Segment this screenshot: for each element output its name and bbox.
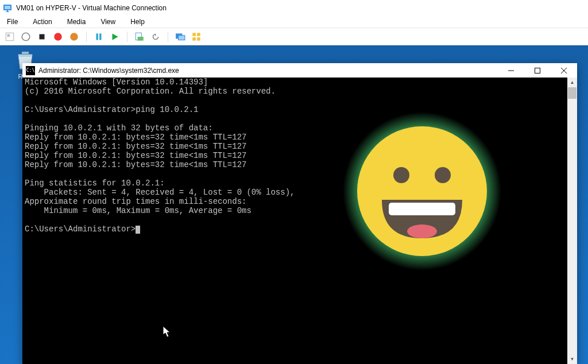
menu-file[interactable]: File <box>7 18 18 26</box>
close-button[interactable] <box>551 63 577 78</box>
svg-point-9 <box>70 33 78 41</box>
text-cursor <box>136 226 140 234</box>
svg-rect-20 <box>192 37 196 41</box>
cmd-output[interactable]: Microsoft Windows [Version 10.0.14393] (… <box>22 78 567 364</box>
svg-rect-1 <box>5 6 10 9</box>
start-icon[interactable] <box>21 32 31 42</box>
hyperv-title: VM01 on HYPER-V - Virtual Machine Connec… <box>16 4 167 12</box>
cmd-window: C:\ Administrator: C:\Windows\system32\c… <box>22 63 577 364</box>
svg-rect-7 <box>40 34 45 39</box>
scroll-thumb[interactable] <box>568 87 577 99</box>
toolbar-separator <box>168 32 168 42</box>
scroll-up-button[interactable]: ▲ <box>567 78 577 87</box>
svg-point-8 <box>54 33 62 41</box>
svg-rect-3 <box>6 11 9 12</box>
scrollbar[interactable]: ▲ ▼ <box>567 78 577 364</box>
svg-rect-17 <box>179 35 185 40</box>
svg-rect-2 <box>7 10 8 11</box>
checkpoint-icon[interactable] <box>134 32 145 42</box>
menu-view[interactable]: View <box>100 18 115 26</box>
svg-rect-14 <box>138 37 144 41</box>
menu-media[interactable]: Media <box>67 18 86 26</box>
svg-marker-12 <box>113 33 118 40</box>
svg-rect-19 <box>197 33 200 36</box>
turn-off-icon[interactable] <box>37 32 47 42</box>
maximize-button[interactable] <box>524 63 551 78</box>
pause-icon[interactable] <box>94 32 104 42</box>
svg-rect-10 <box>96 33 98 40</box>
enhanced-session-icon[interactable] <box>175 32 185 42</box>
share-icon[interactable] <box>191 32 202 42</box>
ctrl-alt-del-icon[interactable] <box>5 32 15 42</box>
save-icon[interactable] <box>69 32 79 42</box>
svg-rect-24 <box>535 68 540 73</box>
svg-rect-5 <box>7 34 10 37</box>
svg-rect-22 <box>22 52 29 54</box>
scroll-track[interactable] <box>567 87 577 354</box>
revert-icon[interactable] <box>150 32 161 42</box>
hyperv-icon <box>3 3 13 13</box>
svg-rect-18 <box>192 33 196 36</box>
toolbar-separator <box>127 32 127 42</box>
hyperv-titlebar: VM01 on HYPER-V - Virtual Machine Connec… <box>0 0 588 16</box>
hyperv-toolbar <box>0 28 588 45</box>
svg-rect-11 <box>99 33 101 40</box>
minimize-button[interactable] <box>498 63 524 78</box>
shutdown-icon[interactable] <box>53 32 63 42</box>
svg-point-6 <box>22 33 30 41</box>
cmd-icon: C:\ <box>26 66 35 75</box>
toolbar-separator <box>86 32 87 42</box>
cmd-titlebar[interactable]: C:\ Administrator: C:\Windows\system32\c… <box>22 63 577 78</box>
hyperv-menubar: File Action Media View Help <box>0 16 588 28</box>
menu-help[interactable]: Help <box>130 18 145 26</box>
svg-rect-21 <box>197 37 200 41</box>
menu-action[interactable]: Action <box>33 18 52 26</box>
scroll-down-button[interactable]: ▼ <box>567 354 577 364</box>
cmd-body: Microsoft Windows [Version 10.0.14393] (… <box>22 78 577 364</box>
reset-icon[interactable] <box>110 32 120 42</box>
cmd-title: Administrator: C:\Windows\system32\cmd.e… <box>38 67 179 75</box>
